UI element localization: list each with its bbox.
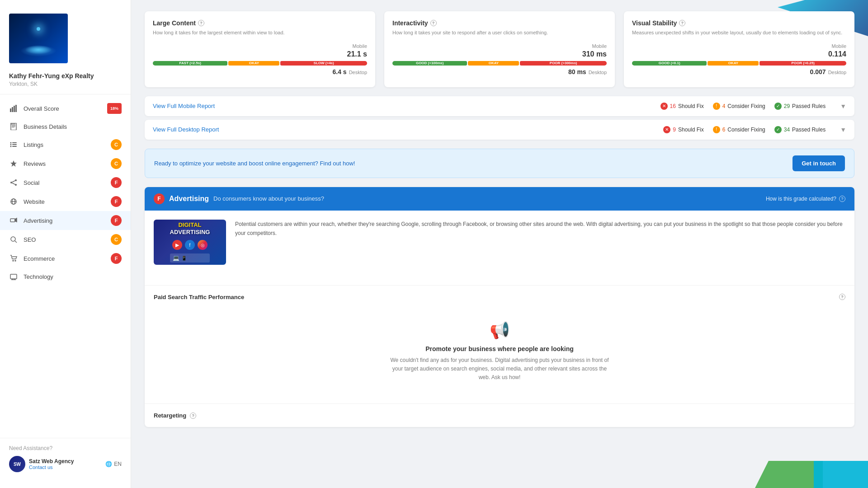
advertising-intro: DIGITALADVERTISING ▶ f ◎ 💻 📱 — [154, 220, 845, 265]
svg-rect-13 — [12, 144, 17, 145]
paid-search-empty-state: 📢 Promote your business where people are… — [154, 307, 845, 396]
sidebar-label-listings: Listings — [24, 141, 111, 148]
vs-good-segment: GOOD (<0.1) — [632, 61, 707, 66]
retargeting-section: Retargeting ? — [145, 404, 854, 427]
sidebar-item-listings[interactable]: Listings C — [0, 135, 131, 154]
large-content-card: Large Content ? How long it takes for th… — [145, 11, 375, 87]
svg-marker-16 — [10, 160, 17, 167]
paid-search-title: Paid Search Traffic Performance ? — [154, 294, 845, 300]
interactivity-mobile-label: Mobile — [392, 43, 607, 49]
ad-device-icons: 💻 📱 — [170, 253, 210, 263]
sidebar-item-technology[interactable]: Technology — [0, 268, 131, 285]
sidebar-item-social[interactable]: Social F — [0, 173, 131, 192]
mobile-report-row[interactable]: View Full Mobile Report ✕ 16 Should Fix … — [145, 96, 854, 116]
cta-button[interactable]: Get in touch — [793, 155, 845, 171]
svg-point-29 — [13, 260, 14, 261]
mobile-passed: ✓ 29 Passed Rules — [774, 103, 826, 110]
svg-rect-0 — [10, 108, 11, 112]
interactivity-title: Interactivity ? — [392, 19, 607, 27]
mobile-consider-count: 4 — [722, 103, 726, 109]
contact-link[interactable]: Contact us — [29, 465, 74, 470]
sidebar-label-technology: Technology — [24, 273, 122, 280]
visual-stability-speed-bar: GOOD (<0.1) OKAY POOR (>0.25) — [632, 61, 846, 66]
sidebar-item-business-details[interactable]: Business Details — [0, 118, 131, 135]
desktop-green-icon: ✓ — [774, 126, 782, 133]
retargeting-info-icon[interactable]: ? — [190, 413, 196, 419]
advertising-image: DIGITALADVERTISING ▶ f ◎ 💻 📱 — [154, 220, 226, 265]
paid-search-info-icon[interactable]: ? — [839, 294, 845, 300]
svg-line-20 — [12, 181, 15, 182]
mobile-report-expand-icon[interactable]: ▼ — [840, 103, 846, 110]
desktop-consider-label: Consider Fixing — [727, 127, 765, 133]
interactivity-card: Interactivity ? How long it takes your s… — [384, 11, 615, 87]
main-content: Large Content ? How long it takes for th… — [131, 0, 868, 488]
ad-youtube-icon: ▶ — [172, 240, 182, 250]
advertising-subtitle: Do consumers know about your business? — [213, 195, 324, 202]
globe-small-icon: 🌐 — [105, 461, 112, 467]
list-icon — [9, 140, 18, 149]
sidebar-item-ecommerce[interactable]: Ecommerce F — [0, 249, 131, 268]
green-check-icon: ✓ — [774, 103, 782, 110]
sidebar-navigation: Overall Score 18% Business Details Listi… — [0, 94, 131, 438]
visual-stability-info-icon[interactable]: ? — [679, 20, 685, 26]
mobile-consider-fix: ! 4 Consider Fixing — [713, 103, 765, 110]
large-content-desktop-metric: 6.4 s Desktop — [153, 68, 367, 75]
desktop-passed-count: 34 — [784, 127, 790, 133]
desktop-report-row[interactable]: View Full Desktop Report ✕ 9 Should Fix … — [145, 120, 854, 140]
sidebar-label-seo: SEO — [24, 236, 111, 243]
business-name: Kathy Fehr-Yung eXp Realty — [9, 72, 122, 80]
large-content-info-icon[interactable]: ? — [198, 20, 204, 26]
sidebar-item-website[interactable]: Website F — [0, 192, 131, 211]
sidebar-item-advertising[interactable]: Advertising F — [0, 211, 131, 230]
poor-segment: POOR (>300ms) — [520, 61, 607, 66]
svg-point-30 — [15, 260, 16, 261]
agency-info: SW Satz Web Agency Contact us — [9, 456, 74, 472]
svg-point-14 — [10, 146, 12, 147]
empty-title: Promote your business where people are l… — [163, 345, 836, 352]
business-info: Kathy Fehr-Yung eXp Realty Yorkton, SK — [0, 72, 131, 94]
visual-stability-title: Visual Stability ? — [632, 19, 846, 27]
svg-rect-8 — [12, 126, 15, 127]
large-content-mobile-metric: Mobile 21.1 s FAST (<2.5s) OKAY SLOW (>4… — [153, 43, 367, 75]
sidebar-badge-ecommerce: F — [111, 253, 122, 264]
ad-image-title: DIGITALADVERTISING — [170, 221, 210, 235]
mobile-passed-count: 29 — [784, 103, 790, 109]
desktop-label: Desktop — [349, 70, 367, 75]
mobile-report-link[interactable]: View Full Mobile Report — [153, 103, 215, 109]
interactivity-info-icon[interactable]: ? — [430, 20, 437, 26]
chart-icon — [9, 104, 18, 113]
desktop-consider-count: 6 — [722, 127, 726, 133]
okay-segment: OKAY — [228, 61, 279, 66]
sidebar-item-reviews[interactable]: Reviews C — [0, 154, 131, 173]
desktop-should-fix-label: Should Fix — [678, 127, 704, 133]
interactivity-desc: How long it takes your site to respond a… — [392, 29, 607, 37]
interactivity-mobile-metric: Mobile 310 ms GOOD (<100ms) OKAY POOR (>… — [392, 43, 607, 75]
business-logo — [9, 14, 68, 63]
slow-segment: SLOW (>4s) — [280, 61, 367, 66]
sidebar-label-social: Social — [24, 179, 111, 186]
advertising-grade-info[interactable]: How is this grade calculated? ? — [766, 196, 845, 202]
desktop-report-expand-icon[interactable]: ▼ — [840, 126, 846, 133]
desktop-passed-label: Passed Rules — [792, 127, 826, 133]
business-location: Yorkton, SK — [9, 81, 122, 87]
okay-segment-2: OKAY — [468, 61, 519, 66]
sidebar-item-seo[interactable]: SEO C — [0, 230, 131, 249]
sidebar-badge-social: F — [111, 177, 122, 188]
svg-marker-26 — [15, 218, 17, 222]
ad-image-content: DIGITALADVERTISING ▶ f ◎ 💻 📱 — [170, 221, 210, 263]
sidebar-label-advertising: Advertising — [24, 217, 111, 224]
sidebar-badge-overall-score: 18% — [107, 103, 122, 114]
advertising-info-icon[interactable]: ? — [839, 196, 845, 202]
ad-ig-icon: ◎ — [198, 240, 208, 250]
desktop-passed: ✓ 34 Passed Rules — [774, 126, 826, 133]
sidebar-item-overall-score[interactable]: Overall Score 18% — [0, 99, 131, 118]
sidebar-label-business-details: Business Details — [24, 123, 122, 130]
sidebar-badge-website: F — [111, 196, 122, 207]
desktop-should-fix-count: 9 — [673, 127, 676, 133]
social-icon — [9, 178, 18, 187]
performance-cards: Large Content ? How long it takes for th… — [145, 11, 854, 87]
sidebar-badge-advertising: F — [111, 215, 122, 226]
language-selector[interactable]: 🌐 EN — [105, 461, 122, 467]
svg-rect-25 — [10, 219, 15, 222]
desktop-report-link[interactable]: View Full Desktop Report — [153, 126, 219, 133]
